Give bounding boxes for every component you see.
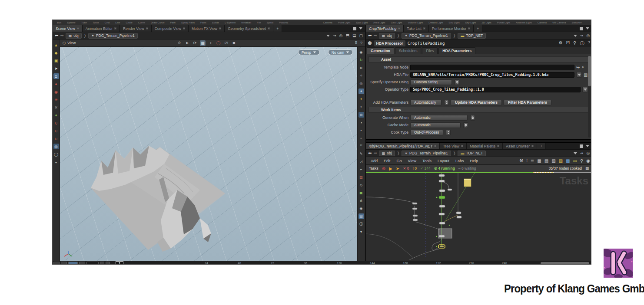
operator-type-input[interactable]: Sop/PROC_Crop_Tiles_Padding::1.0: [410, 87, 581, 92]
add-hda-dropdown[interactable]: Automatically: [410, 100, 442, 105]
viewport-title[interactable]: View: [67, 41, 76, 45]
tab-close-icon[interactable]: [531, 145, 534, 147]
point-display-icon[interactable]: •: [359, 128, 364, 133]
tab-generation[interactable]: Generation: [367, 47, 394, 54]
hide-other-icon[interactable]: ✧: [359, 73, 364, 79]
pane-maximize-icon[interactable]: [580, 144, 583, 148]
tab-geometry-spreadsheet[interactable]: Geometry Spreadsheet: [225, 25, 273, 32]
pane-splitter[interactable]: [366, 139, 591, 143]
section-work-items[interactable]: Work Items: [368, 107, 589, 113]
magnet-multi-icon[interactable]: ∪: [53, 136, 59, 141]
wire-mode-icon[interactable]: ◯: [53, 151, 59, 157]
shelf-tool[interactable]: Portal Light: [497, 21, 510, 24]
box-outline-icon[interactable]: ▢: [359, 33, 363, 38]
shelf-tool[interactable]: Draw Curve: [151, 21, 165, 24]
shelf-tool[interactable]: Ambient Light: [516, 21, 532, 24]
tab-close-icon[interactable]: [114, 27, 116, 30]
tab-close-icon[interactable]: [183, 27, 185, 30]
tab-render-view[interactable]: Render View: [120, 25, 152, 32]
shelf-tool[interactable]: Sphere: [67, 21, 75, 24]
move-tool-icon[interactable]: ●: [53, 81, 59, 87]
shelf-tool[interactable]: Spot Light: [356, 21, 368, 24]
help-icon[interactable]: ?: [588, 40, 590, 46]
pose-tool-icon[interactable]: ✕: [53, 105, 59, 110]
back-arrow-icon[interactable]: ⬅: [55, 33, 58, 38]
tab-close-icon[interactable]: [497, 145, 499, 147]
magnet-snap-icon[interactable]: ∪: [53, 120, 59, 126]
filter-hda-parameters-button[interactable]: Filter HDA Parameters: [504, 100, 551, 105]
link-target-icon[interactable]: ◎: [339, 33, 343, 38]
shelf-tool[interactable]: Point Light: [338, 21, 350, 24]
tab-close-icon[interactable]: [219, 27, 221, 30]
diamond-tool-icon[interactable]: ◆: [53, 50, 59, 56]
dropdown-spinner-icon[interactable]: [470, 115, 475, 121]
link-target-icon[interactable]: ◎: [586, 33, 590, 38]
tab-asset-browser[interactable]: Asset Browser: [503, 143, 537, 149]
new-tab-button[interactable]: +: [474, 25, 482, 32]
tripod-icon[interactable]: ⋔: [359, 198, 364, 203]
measure-icon[interactable]: ◿: [359, 159, 364, 164]
shelf-tool[interactable]: Circle: [126, 21, 133, 24]
ghost-mode-icon[interactable]: ◒: [53, 159, 59, 165]
tab-close-icon[interactable]: [268, 27, 270, 30]
tree-list-icon[interactable]: ⫶: [526, 158, 528, 164]
persp-menu-button[interactable]: Persp: [298, 49, 320, 55]
task-table-icon[interactable]: ▦: [585, 166, 589, 171]
shelf-tool[interactable]: Grid: [105, 21, 110, 24]
tab-croptilepadding[interactable]: CropTilePadding: [366, 25, 404, 32]
preset-icon[interactable]: Ϻ: [566, 40, 570, 46]
axis-tool-icon[interactable]: ✦: [53, 112, 59, 118]
path-dropdown-icon[interactable]: [574, 35, 577, 37]
recook-icon[interactable]: ➤: [396, 166, 399, 171]
shelf-tool[interactable]: Platonic: [279, 21, 288, 24]
rotate-tool-icon[interactable]: ◉: [53, 89, 59, 95]
pin-icon[interactable]: ⇥: [333, 33, 336, 38]
tab-motion-fx-view[interactable]: Motion FX View: [189, 25, 225, 32]
box-yellow-icon[interactable]: ▭: [573, 158, 577, 163]
cache-mode-dropdown[interactable]: Automatic: [410, 122, 461, 128]
shelf-tool[interactable]: Path: [170, 21, 176, 24]
tab-network-topnet[interactable]: /obj/PDG_Terrain_Pipeline1/TOP_NET: [366, 143, 440, 149]
tab-close-icon[interactable]: [468, 27, 470, 30]
info-icon[interactable]: ⓘ: [580, 40, 584, 46]
normal-display-icon[interactable]: ⌁: [359, 135, 364, 141]
tab-close-icon[interactable]: [434, 145, 436, 147]
safe-area-icon[interactable]: ▣: [359, 190, 364, 196]
cancel-cook-icon[interactable]: ⊗: [382, 166, 385, 171]
pin-icon[interactable]: ⇥: [580, 151, 584, 155]
jump-to-node-icon[interactable]: ↪: [576, 65, 580, 70]
link-target-icon[interactable]: ◎: [586, 151, 590, 155]
circle-dot-icon[interactable]: ◉: [359, 206, 364, 211]
network-editor-canvas[interactable]: Tasks: [366, 173, 591, 260]
recycle-icon[interactable]: ↻: [359, 57, 364, 63]
menu-item[interactable]: View: [405, 159, 419, 163]
dropdown-spinner-icon[interactable]: [446, 130, 451, 135]
tools-icon[interactable]: ⚒: [519, 158, 523, 163]
shelf-tool[interactable]: Solids: [212, 21, 219, 24]
display-bulb-icon[interactable]: ✦: [359, 89, 364, 94]
forward-arrow-icon[interactable]: ➡: [60, 33, 63, 38]
breadcrumb-pipeline[interactable]: ✶ PDG_Terrain_Pipeline1: [88, 33, 138, 39]
yellow-box-tool-icon[interactable]: ▣: [53, 58, 59, 63]
shelf-tool[interactable]: Line: [115, 21, 120, 24]
tab-close-icon[interactable]: [77, 27, 79, 30]
view-swap-icon[interactable]: ⟳: [192, 40, 198, 46]
shelf-tool[interactable]: Area Light: [373, 21, 385, 24]
view-orbit-icon[interactable]: ⟐: [176, 40, 182, 46]
shelf-tool[interactable]: Camera: [538, 21, 547, 24]
file-chooser-icon[interactable]: ▥: [584, 72, 588, 77]
path-dropdown-icon[interactable]: [574, 152, 577, 154]
template-node-input[interactable]: [410, 65, 574, 70]
tab-animation-editor[interactable]: Animation Editor: [83, 25, 120, 32]
magnet-point-icon[interactable]: ∪: [53, 128, 59, 134]
dropdown-spinner-icon[interactable]: [455, 79, 459, 85]
tab-take-list[interactable]: Take List: [404, 25, 429, 32]
gear-icon[interactable]: ⚙: [559, 40, 563, 46]
camera-menu-button[interactable]: No cam: [328, 49, 353, 55]
tab-hda-parameters[interactable]: HDA Parameters: [438, 47, 475, 54]
target-bulb-icon[interactable]: ⌖: [359, 104, 364, 110]
shelf-tool[interactable]: Distant Light: [428, 21, 443, 24]
node-name-field[interactable]: CropTilePadding: [408, 41, 557, 46]
info-circle-icon[interactable]: ⓘ: [359, 221, 364, 227]
record-icon[interactable]: ◯: [216, 40, 221, 46]
